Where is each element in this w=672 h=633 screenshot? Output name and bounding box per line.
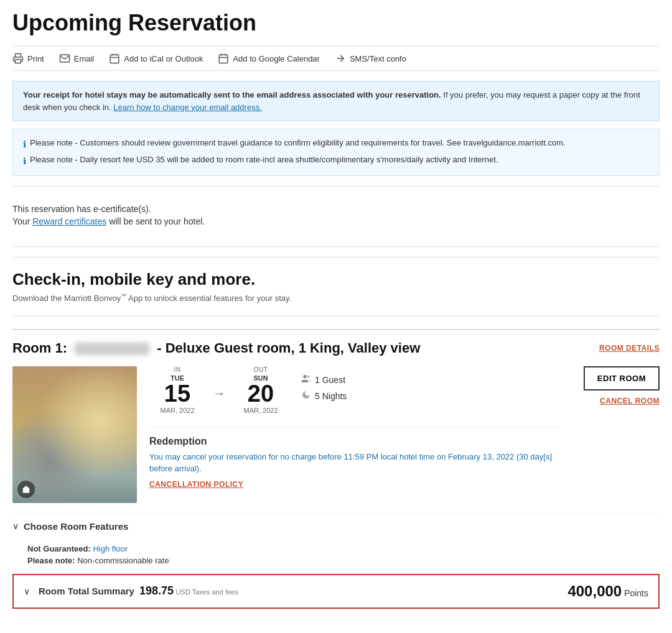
info-banner-bold: Your receipt for hotel stays may be auto… (23, 90, 441, 99)
choose-room-features[interactable]: ∨ Choose Room Features (12, 513, 660, 539)
notice-item-2: ℹ Please note - Daily resort fee USD 35 … (23, 152, 649, 169)
room-total-row: ∨ Room Total Summary 198.75 USD Taxes an… (12, 574, 660, 609)
nights-icon (301, 390, 311, 402)
room-details-link[interactable]: ROOM DETAILS (599, 344, 660, 353)
ecert-section: This reservation has e-certificate(s). Y… (12, 196, 660, 236)
room-header: Room 1: - Deluxe Guest room, 1 King, Val… (12, 340, 660, 356)
notice-text-2: Please note - Daily resort fee USD 35 wi… (30, 152, 498, 167)
guests-icon (301, 374, 311, 386)
room-features-label: Choose Room Features (24, 521, 128, 532)
svg-rect-0 (16, 60, 21, 63)
check-out-month: MAR, 2022 (233, 407, 289, 414)
room-total-points-label: Points (624, 588, 648, 598)
room-total-usd: 198.75 (139, 584, 174, 597)
room-features-content: Not Guaranteed: High floor Please note: … (12, 539, 660, 568)
info-icon-2: ℹ (23, 154, 26, 169)
svg-rect-1 (111, 55, 119, 63)
print-button[interactable]: Print (12, 53, 44, 64)
redemption-desc: You may cancel your reservation for no c… (149, 452, 552, 474)
sms-label: SMS/Text confo (350, 54, 406, 63)
check-out-label: OUT (233, 366, 289, 373)
checkin-title: Check-in, mobile key and more. (12, 270, 660, 289)
check-in-box: IN TUE 15 MAR, 2022 (149, 366, 205, 414)
reward-certificates-link[interactable]: Reward certificates (32, 216, 106, 226)
ical-label: Add to iCal or Outlook (124, 54, 203, 63)
checkin-section: Check-in, mobile key and more. Download … (12, 257, 660, 316)
info-banner: Your receipt for hotel stays may be auto… (12, 81, 660, 121)
print-label: Print (27, 54, 44, 63)
room-description: - Deluxe Guest room, 1 King, Valley view (157, 340, 420, 356)
room-dates-info: IN TUE 15 MAR, 2022 → OUT SUN 20 MAR, 20… (149, 366, 560, 503)
checkin-subtitle: Download the Marriott Bonvoy™ App to unl… (12, 293, 660, 303)
room-total-label: Room Total Summary (39, 586, 134, 596)
gcal-icon (218, 53, 229, 64)
cancel-room-link[interactable]: CANCEL ROOM (600, 397, 660, 405)
divider-2 (12, 246, 660, 247)
print-icon (12, 53, 24, 64)
chevron-down-icon: ∨ (12, 521, 19, 531)
gcal-label: Add to Google Calendar (233, 54, 319, 63)
dates-row: IN TUE 15 MAR, 2022 → OUT SUN 20 MAR, 20… (149, 366, 560, 414)
gcal-button[interactable]: Add to Google Calendar (218, 53, 319, 64)
room-total-toggle[interactable]: ∨ Room Total Summary (24, 586, 134, 596)
room-total-currency-note: USD Taxes and fees (176, 588, 238, 596)
guaranteed-label: Not Guaranteed: (27, 544, 91, 553)
nights-count-text: 5 Nights (315, 391, 347, 401)
room-image (12, 366, 137, 503)
chevron-down-icon-total: ∨ (24, 586, 30, 596)
calendar-icon (109, 53, 120, 64)
room-content: IN TUE 15 MAR, 2022 → OUT SUN 20 MAR, 20… (12, 366, 660, 503)
check-out-box: OUT SUN 20 MAR, 2022 (233, 366, 289, 414)
svg-rect-5 (220, 55, 228, 63)
nights-count: 5 Nights (301, 390, 347, 402)
guest-info: 1 Guest 5 Nights (301, 374, 347, 406)
redemption-section: Redemption You may cancel your reservati… (149, 427, 560, 489)
redemption-title: Redemption (149, 436, 560, 447)
room-label: Room 1: (12, 340, 67, 356)
room-total-points-section: 400,000 Points (567, 583, 648, 600)
email-label: Email (74, 54, 95, 63)
notice-text-1: Please note - Customers should review go… (30, 136, 566, 150)
notice-banner: ℹ Please note - Customers should review … (12, 129, 660, 176)
room-name-redacted (75, 343, 149, 355)
room-section: Room 1: - Deluxe Guest room, 1 King, Val… (12, 329, 660, 609)
room-total-points-value: 400,000 (567, 583, 622, 599)
sms-button[interactable]: SMS/Text confo (335, 53, 406, 64)
notice-item-1: ℹ Please note - Customers should review … (23, 136, 649, 152)
ecert-title: This reservation has e-certificate(s). (12, 204, 660, 214)
email-button[interactable]: Email (59, 53, 95, 64)
note-label: Please note: (27, 556, 75, 565)
check-in-label: IN (149, 366, 205, 373)
guaranteed-value-text: High floor (93, 544, 128, 553)
check-in-date: 15 (149, 382, 205, 405)
note-value-text: Non-commissionable rate (77, 556, 169, 565)
redemption-text: You may cancel your reservation for no c… (149, 451, 560, 475)
date-arrow: → (205, 386, 233, 400)
divider-1 (12, 186, 660, 187)
info-icon-1: ℹ (23, 137, 26, 152)
guaranteed-row: Not Guaranteed: High floor (27, 544, 660, 553)
cancellation-policy-link[interactable]: CANCELLATION POLICY (149, 480, 560, 489)
email-change-link[interactable]: Learn how to change your email address. (113, 103, 261, 112)
room-total-amount: 198.75 USD Taxes and fees (139, 584, 238, 598)
room-total-left: ∨ Room Total Summary 198.75 USD Taxes an… (24, 584, 238, 598)
ecert-desc: Your Reward certificates will be sent to… (12, 216, 660, 226)
guest-count-text: 1 Guest (315, 375, 345, 385)
check-out-date: 20 (233, 382, 289, 405)
sms-icon (335, 53, 346, 64)
room-total-summary: ∨ Room Total Summary 198.75 USD Taxes an… (12, 574, 660, 609)
svg-point-10 (303, 375, 306, 378)
room-actions: EDIT ROOM CANCEL ROOM (572, 366, 660, 503)
guest-count: 1 Guest (301, 374, 347, 386)
edit-room-button[interactable]: EDIT ROOM (584, 366, 660, 390)
note-row: Please note: Non-commissionable rate (27, 556, 660, 565)
room-image-badge (17, 481, 35, 498)
ical-button[interactable]: Add to iCal or Outlook (109, 53, 203, 64)
toolbar: Print Email Add to iCal or Outlook (12, 46, 660, 71)
room-title: Room 1: - Deluxe Guest room, 1 King, Val… (12, 340, 420, 356)
email-icon (59, 53, 70, 64)
page-title: Upcoming Reservation (12, 10, 660, 36)
check-in-month: MAR, 2022 (149, 407, 205, 414)
